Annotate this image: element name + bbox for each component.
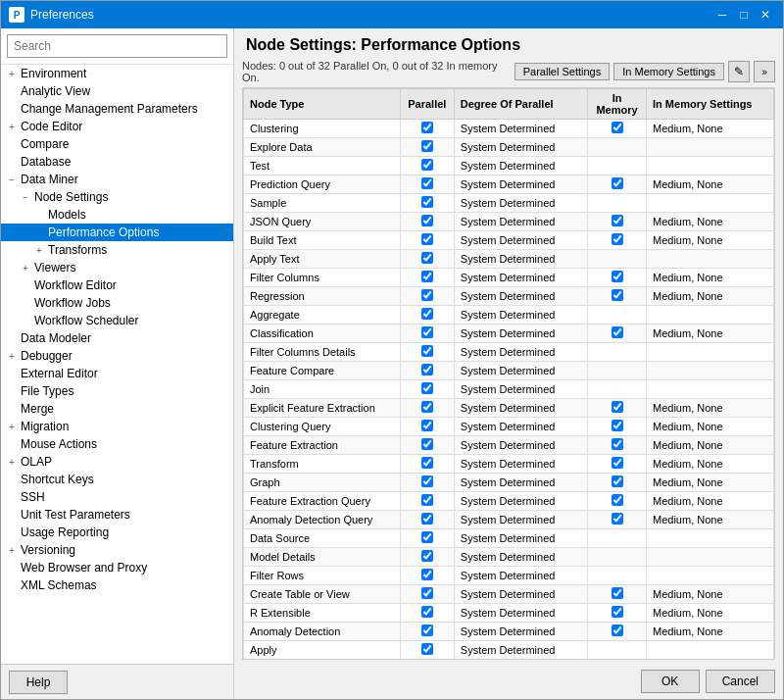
cell-in-memory[interactable] (588, 436, 647, 455)
parallel-checkbox[interactable] (421, 643, 433, 655)
parallel-checkbox[interactable] (421, 271, 433, 282)
parallel-checkbox[interactable] (421, 196, 433, 208)
cell-parallel[interactable] (400, 175, 454, 194)
cell-in-memory[interactable] (588, 604, 647, 623)
parallel-checkbox[interactable] (421, 122, 433, 133)
cell-parallel[interactable] (400, 269, 454, 287)
sidebar-item-usage-reporting[interactable]: Usage Reporting (1, 524, 233, 541)
sidebar-item-node-settings[interactable]: − Node Settings (1, 188, 233, 206)
cell-in-memory[interactable] (588, 250, 647, 269)
cell-in-memory[interactable] (588, 175, 647, 194)
cell-parallel[interactable] (400, 474, 454, 492)
minimize-button[interactable]: ─ (712, 5, 732, 25)
cell-parallel[interactable] (400, 623, 454, 641)
in-memory-checkbox[interactable] (612, 177, 623, 189)
parallel-checkbox[interactable] (421, 364, 433, 375)
sidebar-item-workflow-editor[interactable]: Workflow Editor (1, 276, 233, 294)
cell-in-memory[interactable] (588, 529, 647, 548)
in-memory-checkbox[interactable] (612, 475, 623, 487)
in-memory-checkbox[interactable] (612, 606, 623, 618)
parallel-checkbox[interactable] (421, 475, 433, 487)
cell-in-memory[interactable] (588, 380, 647, 399)
parallel-checkbox[interactable] (421, 606, 433, 618)
cell-in-memory[interactable] (588, 567, 647, 585)
sidebar-item-olap[interactable]: + OLAP (1, 453, 233, 471)
cell-in-memory[interactable] (588, 548, 647, 567)
sidebar-item-code-editor[interactable]: + Code Editor (1, 118, 233, 135)
cell-parallel[interactable] (400, 567, 454, 585)
cancel-button[interactable]: Cancel (706, 670, 775, 693)
sidebar-item-debugger[interactable]: + Debugger (1, 347, 233, 365)
sidebar-item-models[interactable]: Models (1, 206, 233, 224)
in-memory-checkbox[interactable] (612, 326, 623, 338)
cell-parallel[interactable] (400, 138, 454, 157)
parallel-checkbox[interactable] (421, 233, 433, 245)
sidebar-item-versioning[interactable]: + Versioning (1, 541, 233, 559)
parallel-checkbox[interactable] (421, 438, 433, 450)
sidebar-item-workflow-jobs[interactable]: Workflow Jobs (1, 294, 233, 312)
cell-in-memory[interactable] (588, 660, 647, 661)
in-memory-checkbox[interactable] (612, 289, 623, 301)
cell-parallel[interactable] (400, 399, 454, 418)
parallel-checkbox[interactable] (421, 289, 433, 301)
search-input[interactable] (7, 34, 227, 58)
cell-parallel[interactable] (400, 213, 454, 231)
sidebar-item-data-modeler[interactable]: Data Modeler (1, 329, 233, 347)
sidebar-item-transforms[interactable]: + Transforms (1, 241, 233, 259)
cell-in-memory[interactable] (588, 511, 647, 529)
cell-parallel[interactable] (400, 120, 454, 138)
cell-in-memory[interactable] (588, 138, 647, 157)
parallel-checkbox[interactable] (421, 177, 433, 189)
sidebar-item-compare[interactable]: Compare (1, 135, 233, 153)
cell-parallel[interactable] (400, 157, 454, 175)
in-memory-checkbox[interactable] (612, 401, 623, 413)
cell-parallel[interactable] (400, 548, 454, 567)
cell-in-memory[interactable] (588, 455, 647, 474)
parallel-checkbox[interactable] (421, 494, 433, 506)
cell-parallel[interactable] (400, 529, 454, 548)
cell-in-memory[interactable] (588, 213, 647, 231)
more-button[interactable]: » (754, 61, 775, 82)
cell-parallel[interactable] (400, 436, 454, 455)
cell-parallel[interactable] (400, 250, 454, 269)
cell-in-memory[interactable] (588, 120, 647, 138)
sidebar-item-merge[interactable]: Merge (1, 400, 233, 418)
cell-parallel[interactable] (400, 231, 454, 250)
cell-in-memory[interactable] (588, 362, 647, 380)
parallel-checkbox[interactable] (421, 215, 433, 226)
sidebar-item-external-editor[interactable]: External Editor (1, 365, 233, 382)
cell-parallel[interactable] (400, 641, 454, 660)
in-memory-checkbox[interactable] (612, 625, 623, 636)
cell-parallel[interactable] (400, 194, 454, 213)
cell-in-memory[interactable] (588, 641, 647, 660)
cell-in-memory[interactable] (588, 492, 647, 511)
cell-in-memory[interactable] (588, 399, 647, 418)
cell-in-memory[interactable] (588, 418, 647, 436)
cell-parallel[interactable] (400, 306, 454, 325)
in-memory-checkbox[interactable] (612, 122, 623, 133)
parallel-checkbox[interactable] (421, 326, 433, 338)
parallel-checkbox[interactable] (421, 531, 433, 543)
edit-icon-button[interactable]: ✎ (728, 61, 750, 82)
sidebar-item-file-types[interactable]: File Types (1, 382, 233, 400)
parallel-checkbox[interactable] (421, 587, 433, 599)
cell-parallel[interactable] (400, 362, 454, 380)
cell-parallel[interactable] (400, 585, 454, 604)
sidebar-item-xml-schemas[interactable]: XML Schemas (1, 576, 233, 594)
cell-in-memory[interactable] (588, 623, 647, 641)
help-button[interactable]: Help (9, 671, 68, 694)
cell-in-memory[interactable] (588, 474, 647, 492)
parallel-checkbox[interactable] (421, 159, 433, 171)
sidebar-item-unit-test[interactable]: Unit Test Parameters (1, 506, 233, 524)
parallel-checkbox[interactable] (421, 625, 433, 636)
cell-in-memory[interactable] (588, 231, 647, 250)
cell-in-memory[interactable] (588, 343, 647, 362)
in-memory-checkbox[interactable] (612, 420, 623, 431)
parallel-checkbox[interactable] (421, 308, 433, 320)
cell-parallel[interactable] (400, 492, 454, 511)
sidebar-item-web-browser[interactable]: Web Browser and Proxy (1, 559, 233, 576)
cell-parallel[interactable] (400, 604, 454, 623)
cell-in-memory[interactable] (588, 287, 647, 306)
maximize-button[interactable]: □ (734, 5, 754, 25)
cell-parallel[interactable] (400, 343, 454, 362)
